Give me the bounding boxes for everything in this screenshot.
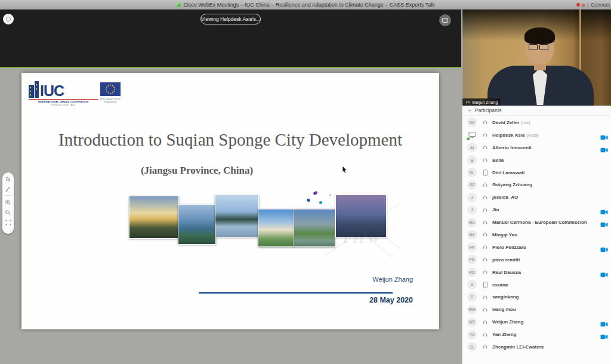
mouse-cursor xyxy=(342,165,347,176)
menubar-red-icon[interactable]: 8 xyxy=(582,2,585,8)
sharing-border-line xyxy=(0,67,461,68)
annotation-toolbar xyxy=(2,172,14,234)
city-waterfront-photo xyxy=(258,209,295,247)
slide-divider-line xyxy=(199,292,393,294)
zoom-in-icon[interactable] xyxy=(5,199,11,206)
screen-share-avatar-icon xyxy=(467,130,477,140)
viewing-status-pill[interactable]: Viewing Helpdesk Asia's... xyxy=(200,14,261,24)
confetti-dot xyxy=(329,194,331,196)
participant-row[interactable]: YZYan Zheng xyxy=(462,328,611,341)
slide-subtitle: (Jiangsu Province, China) xyxy=(21,165,372,177)
menubar-separator: | xyxy=(587,2,588,8)
fit-view-icon[interactable] xyxy=(5,220,11,226)
pan-pointer-icon[interactable] xyxy=(5,176,11,182)
participant-name: Piero Pelizzaro xyxy=(492,245,526,250)
slide-title: Introduction to Suqian Sponge City Devel… xyxy=(21,130,439,150)
menubar-status-items[interactable]: 8 | Connect xyxy=(576,0,610,10)
participant-avatar: DZ xyxy=(467,118,477,127)
shared-content-stage: Viewing Helpdesk Asia's... IUC INTERNATI… xyxy=(0,10,461,364)
participant-row[interactable]: GZGuiyang Zzhuang xyxy=(462,178,611,191)
participant-row[interactable]: MCManuel Carmona - European Commission xyxy=(462,216,611,229)
speaker-hair xyxy=(524,27,555,44)
iuc-logo-line2: European Union - Asia xyxy=(29,103,98,106)
participant-avatar: MC xyxy=(467,218,477,227)
annotate-pen-icon[interactable] xyxy=(5,186,11,192)
participant-row[interactable]: RDRaul Daussa xyxy=(462,266,611,279)
participant-row[interactable]: MYMingqi Yao xyxy=(462,229,611,241)
participant-name: wang mou xyxy=(492,307,516,312)
window-title-bar: Cisco WebEx Meetings – IUC China – Resil… xyxy=(0,0,611,10)
confetti-dot xyxy=(319,201,322,204)
layout-panel-icon xyxy=(442,18,448,23)
participant-avatar: PR xyxy=(467,255,477,264)
iuc-logo-line1: INTERNATIONAL URBAN COOPERATION xyxy=(29,99,98,103)
participant-name: Zhengmin LEI-Ewaters xyxy=(492,344,544,350)
participant-row[interactable]: DZDavid Zeller(me) xyxy=(462,116,611,129)
participant-row[interactable]: DLDini Laraswati xyxy=(462,166,611,179)
participant-row[interactable]: PRpiero remitti xyxy=(462,254,611,266)
participant-row[interactable]: WZWeijun Zhang xyxy=(462,316,611,328)
connect-menu-item[interactable]: Connect xyxy=(591,2,610,8)
lake-tower-photo xyxy=(215,195,259,237)
eu-flag-caption: A European Union Programme xyxy=(97,97,124,104)
headset-icon xyxy=(482,269,489,275)
headset-icon xyxy=(482,220,489,226)
phone-icon xyxy=(482,169,489,176)
headset-icon xyxy=(482,119,489,125)
headset-icon xyxy=(482,207,489,213)
participant-avatar: ZL xyxy=(467,342,477,351)
participant-name: Bella xyxy=(492,158,504,163)
participant-avatar: MY xyxy=(467,230,477,239)
headset-icon xyxy=(482,344,489,350)
participant-row[interactable]: JJin xyxy=(462,203,611,216)
right-panel: Weijun Zhang Participants DZDavid Zeller… xyxy=(462,10,611,364)
participant-row[interactable]: ZLZhengmin LEI-Ewaters xyxy=(462,341,611,353)
video-name-label: Weijun Zhang xyxy=(462,98,501,106)
webex-window: Cisco WebEx Meetings – IUC China – Resil… xyxy=(0,0,611,364)
participant-avatar: B xyxy=(467,155,477,165)
meeting-info-button[interactable] xyxy=(3,14,14,24)
participant-name: Manuel Carmona - European Commission xyxy=(492,220,587,225)
participant-avatar: J xyxy=(467,205,477,215)
participant-row[interactable]: Ssanginkang xyxy=(462,291,611,303)
zoom-out-icon[interactable] xyxy=(5,209,11,216)
participants-header[interactable]: Participants xyxy=(462,106,611,116)
video-speaker-name: Weijun Zhang xyxy=(472,100,498,104)
slide-date: 28 May 2020 xyxy=(369,296,413,304)
participant-row[interactable]: BBella xyxy=(462,154,611,166)
participant-row[interactable]: Jjessica_AO xyxy=(462,191,611,203)
panel-layout-button[interactable] xyxy=(439,14,451,26)
speaker-glasses xyxy=(529,44,548,50)
headset-icon xyxy=(482,257,489,263)
participant-name: Yan Zheng xyxy=(492,332,516,337)
viewing-status-label: Viewing Helpdesk Asia's... xyxy=(201,16,260,22)
participant-name: David Zeller xyxy=(492,120,519,125)
participant-row[interactable]: AIAlberto Innocenti xyxy=(462,141,611,154)
iuc-buildings-icon xyxy=(29,81,39,98)
headset-icon xyxy=(482,157,489,163)
toolbar-divider xyxy=(5,195,11,196)
participant-avatar: YZ xyxy=(467,330,477,340)
recording-dot-icon[interactable] xyxy=(576,3,580,7)
participant-role-suffix: (me) xyxy=(521,120,530,125)
webex-info-icon xyxy=(6,17,11,21)
speaker-video[interactable]: Weijun Zhang xyxy=(462,10,611,106)
meeting-top-bar: Viewing Helpdesk Asia's... xyxy=(0,10,461,67)
participant-row[interactable]: Helpdesk Asia(Host) xyxy=(462,129,611,141)
participant-row[interactable]: PPPiero Pelizzaro xyxy=(462,241,611,254)
headset-icon xyxy=(482,294,489,300)
participant-avatar: AI xyxy=(467,143,477,152)
participant-name: Dini Laraswati xyxy=(492,170,524,175)
window-title: Cisco WebEx Meetings – IUC China – Resil… xyxy=(176,2,434,8)
webex-sharing-badge xyxy=(466,137,470,141)
participant-row[interactable]: WMwang mou xyxy=(462,303,611,316)
participant-name: Alberto Innocenti xyxy=(492,145,532,150)
headset-icon xyxy=(482,182,489,188)
headset-icon xyxy=(482,319,489,325)
webex-ball-icon xyxy=(176,2,181,7)
participant-row[interactable]: Rroxana xyxy=(462,279,611,291)
participants-header-label: Participants xyxy=(475,107,501,113)
participant-name: Mingqi Yao xyxy=(492,232,517,237)
eu-flag-logo: A European Union Programme xyxy=(97,82,124,104)
participant-name: Raul Daussa xyxy=(492,270,521,275)
